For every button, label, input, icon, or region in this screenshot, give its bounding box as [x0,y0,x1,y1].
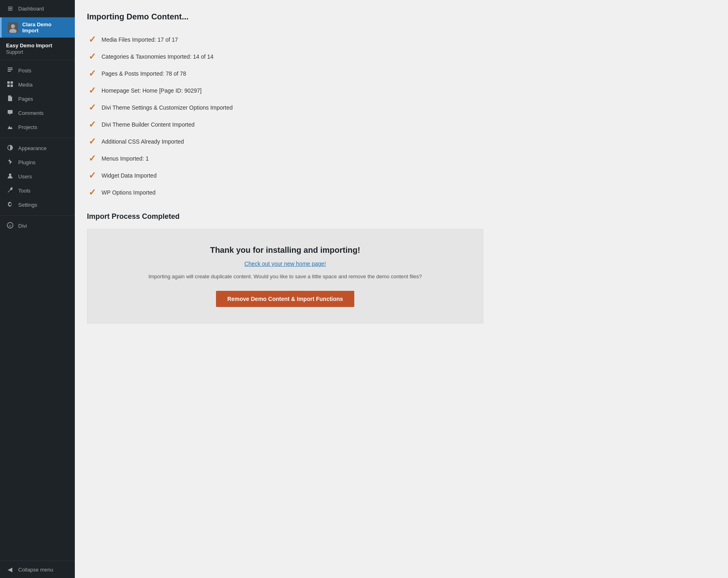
sidebar-divider [0,60,75,60]
svg-text:D: D [9,224,11,228]
checkmark-icon: ✓ [89,188,96,197]
svg-point-1 [11,24,15,28]
svg-rect-3 [7,81,10,84]
sidebar-item-comments[interactable]: Comments [0,106,75,120]
checkmark-icon: ✓ [89,154,96,163]
tools-icon [6,187,14,195]
import-item-text: Categories & Taxonomies Imported: 14 of … [102,53,214,60]
sidebar-item-dashboard[interactable]: ⊞ Dashboard [0,0,75,17]
checkmark-icon: ✓ [89,137,96,146]
collapse-icon: ◀ [6,566,14,573]
import-list-item-divi-settings: ✓Divi Theme Settings & Customizer Option… [87,99,716,116]
sidebar-item-settings[interactable]: Settings [0,198,75,212]
sidebar-item-tools[interactable]: Tools [0,184,75,198]
import-list-item-categories: ✓Categories & Taxonomies Imported: 14 of… [87,48,716,65]
sidebar: ⊞ Dashboard Clara Demo Import Easy Demo … [0,0,75,578]
sidebar-divider-2 [0,138,75,138]
svg-point-8 [9,174,11,176]
sidebar-item-clara-demo-import[interactable]: Clara Demo Import [0,17,75,38]
checkmark-icon: ✓ [89,86,96,95]
plugins-icon [6,159,14,166]
sidebar-item-media[interactable]: Media [0,78,75,92]
import-item-text: Pages & Posts Imported: 78 of 78 [102,70,186,77]
avatar [8,22,18,33]
settings-icon [6,201,14,209]
sidebar-item-pages[interactable]: Pages [0,92,75,106]
main-content: Importing Demo Content... ✓Media Files I… [75,0,728,578]
dashboard-icon: ⊞ [6,5,14,12]
media-icon [6,81,14,89]
checkmark-icon: ✓ [89,171,96,180]
completion-description: Importing again will create duplicate co… [99,273,471,279]
checkmark-icon: ✓ [89,103,96,112]
import-list-item-homepage: ✓Homepage Set: Home [Page ID: 90297] [87,82,716,99]
divi-icon: D [6,222,14,230]
sidebar-item-plugins[interactable]: Plugins [0,155,75,169]
import-item-text: Divi Theme Settings & Customizer Options… [102,104,233,111]
projects-icon [6,123,14,131]
import-list-item-pages-posts: ✓Pages & Posts Imported: 78 of 78 [87,65,716,82]
import-item-text: Media Files Imported: 17 of 17 [102,36,178,43]
remove-demo-button[interactable]: Remove Demo Content & Import Functions [216,291,354,307]
appearance-icon [6,144,14,152]
import-list-item-widget-data: ✓Widget Data Imported [87,167,716,184]
import-list-item-additional-css: ✓Additional CSS Already Imported [87,133,716,150]
sidebar-easy-demo-import-section: Easy Demo Import Support [0,38,75,57]
import-item-text: Divi Theme Builder Content Imported [102,121,195,128]
import-complete-title: Import Process Completed [87,212,716,221]
sidebar-item-users[interactable]: Users [0,169,75,184]
completion-box: Thank you for installing and importing! … [87,229,483,324]
sidebar-item-posts[interactable]: Posts [0,64,75,78]
svg-rect-5 [7,85,10,87]
page-title: Importing Demo Content... [87,12,716,21]
sidebar-item-appearance[interactable]: Appearance [0,141,75,155]
sidebar-item-projects[interactable]: Projects [0,120,75,134]
import-item-text: Additional CSS Already Imported [102,138,184,145]
import-item-text: Widget Data Imported [102,172,157,179]
home-page-link[interactable]: Check out your new home page! [99,260,471,267]
import-item-text: Homepage Set: Home [Page ID: 90297] [102,87,201,94]
import-item-text: Menus Imported: 1 [102,155,149,162]
import-list: ✓Media Files Imported: 17 of 17✓Categori… [87,31,716,201]
import-list-item-media-files: ✓Media Files Imported: 17 of 17 [87,31,716,48]
completion-heading: Thank you for installing and importing! [99,246,471,255]
import-item-text: WP Options Imported [102,189,156,196]
posts-icon [6,67,14,74]
checkmark-icon: ✓ [89,52,96,61]
checkmark-icon: ✓ [89,69,96,78]
sidebar-item-divi[interactable]: D Divi [0,219,75,233]
sidebar-collapse-button[interactable]: ◀ Collapse menu [0,561,75,578]
pages-icon [6,95,14,103]
svg-rect-6 [11,85,13,87]
checkmark-icon: ✓ [89,120,96,129]
import-list-item-menus: ✓Menus Imported: 1 [87,150,716,167]
import-list-item-divi-builder: ✓Divi Theme Builder Content Imported [87,116,716,133]
import-list-item-wp-options: ✓WP Options Imported [87,184,716,201]
sidebar-nav: Posts Media Pages Comments [0,64,75,233]
comments-icon [6,109,14,117]
sidebar-divider-3 [0,215,75,216]
users-icon [6,173,14,180]
svg-rect-4 [11,81,13,84]
checkmark-icon: ✓ [89,35,96,44]
